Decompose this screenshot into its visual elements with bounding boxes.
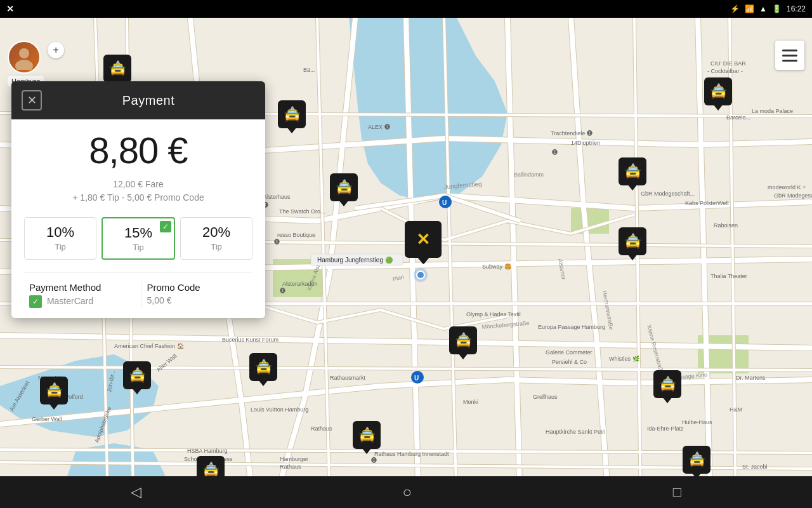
tip-20-percent: 20% [181,224,252,241]
recent-apps-button[interactable]: □ [673,484,681,500]
svg-text:Whistles 🌿: Whistles 🌿 [609,355,640,363]
hamburger-line [782,55,797,57]
fare-label: 12,00 € Fare [24,178,252,191]
tip-10-button[interactable]: 10% Tip [24,217,96,260]
taxi-marker[interactable]: 🚖 [683,446,710,478]
taxi-marker[interactable]: 🚖 [704,77,732,109]
svg-text:Raboisen: Raboisen [714,222,738,229]
svg-text:Grellhaus: Grellhaus [533,394,558,400]
svg-text:Kabs PolsterWelt: Kabs PolsterWelt [685,200,729,206]
taxi-marker[interactable]: 🚖 [449,326,477,358]
svg-text:Hamburg Jungfernstieg 🟢: Hamburg Jungfernstieg 🟢 [317,256,393,264]
payment-check-icon: ✓ [29,295,42,308]
svg-text:GbR Modegeschäft: GbR Modegeschäft [774,192,812,199]
mastercard-label: MasterCard [47,296,93,306]
svg-text:Persiehl & Co: Persiehl & Co [552,359,587,365]
svg-text:Dr. Martens: Dr. Martens [736,375,766,381]
payment-title: Payment [42,93,255,108]
taxi-marker[interactable]: 🚖 [353,421,381,453]
status-bar: ✕ ⚡ 📶 ▲ 🔋 16:22 [0,0,812,18]
battery-icon: 🔋 [772,4,782,13]
svg-text:Alsterhaus: Alsterhaus [263,194,291,200]
svg-text:🅘: 🅘 [274,239,280,245]
payment-header: ✕ Payment [11,81,265,119]
svg-text:🅘: 🅘 [552,149,558,156]
promo-code-section[interactable]: Promo Code 5,00 € [141,282,253,308]
payment-method-section[interactable]: Payment Method ✓ MasterCard [24,282,135,308]
payment-method-value: ✓ MasterCard [29,295,130,308]
promo-code-value: 5,00 € [147,295,248,305]
tip-15-check: ✓ [160,221,171,232]
svg-text:Hulbe-Haus: Hulbe-Haus [682,419,712,425]
svg-text:- Cocktailbar -: - Cocktailbar - [707,68,743,74]
close-button[interactable]: ✕ [22,90,42,110]
fare-breakdown: 12,00 € Fare + 1,80 € Tip - 5,00 € Promo… [24,178,252,204]
svg-text:Thalia Theater: Thalia Theater [710,273,747,279]
navigation-bar: ◁ ○ □ [0,476,812,508]
hamburger-line [782,60,797,62]
payment-method-label: Payment Method [29,282,130,293]
svg-text:Hamburger: Hamburger [280,456,308,462]
svg-text:Trachtendiele 🅘: Trachtendiele 🅘 [551,130,593,137]
svg-text:Bucerius Kunst Forum: Bucerius Kunst Forum [222,337,278,343]
bluetooth-icon: ⚡ [730,4,740,13]
svg-text:Galerie Commeter: Galerie Commeter [546,349,593,356]
svg-text:🅘: 🅘 [371,457,377,464]
svg-text:Bä...: Bä... [303,67,315,73]
taxi-marker[interactable]: 🚖 [249,353,277,385]
svg-point-79 [19,48,29,58]
taxi-marker[interactable]: 🚖 [278,100,306,132]
map: Jungfernstieg Ballindamm Alstertor Herma… [0,18,812,508]
tip-10-label: Tip [25,242,96,251]
my-location-marker [416,271,425,279]
svg-text:La moda Palace: La moda Palace [752,108,793,114]
signal-icon: 📶 [745,4,754,13]
status-right: ⚡ 📶 ▲ 🔋 16:22 [730,4,806,13]
tip-20-button[interactable]: 20% Tip [180,217,252,260]
svg-text:ALEX 🅘: ALEX 🅘 [368,124,390,130]
back-button[interactable]: ◁ [131,484,141,500]
hamburger-menu[interactable] [775,41,804,70]
wifi-icon: ▲ [759,4,767,13]
tip-section: 10% Tip ✓ 15% Tip 20% Tip [24,217,252,260]
taxi-marker[interactable]: 🚖 [40,377,68,408]
tip-20-label: Tip [181,242,252,251]
payment-footer: Payment Method ✓ MasterCard Promo Code 5… [24,272,252,308]
svg-text:St. Jacobi: St. Jacobi [742,464,768,470]
home-button[interactable]: ○ [403,483,412,501]
svg-text:🅘: 🅘 [280,288,285,294]
taxi-marker[interactable]: 🚖 [619,157,646,189]
svg-text:Louis Vuitton Hamburg: Louis Vuitton Hamburg [251,406,308,413]
svg-text:Ballindamm: Ballindamm [514,171,544,178]
time-display: 16:22 [787,4,806,13]
tip-15-label: Tip [103,243,174,252]
payment-panel: ✕ Payment 8,80 € 12,00 € Fare + 1,80 € T… [11,81,265,318]
svg-text:resso Boutique: resso Boutique [277,232,315,238]
svg-text:modeworld K +: modeworld K + [768,184,806,190]
status-left: ✕ [6,4,14,14]
svg-text:U: U [442,199,447,206]
svg-text:American Chief Fashion 🏠: American Chief Fashion 🏠 [114,342,185,350]
taxi-marker[interactable]: 🚖 [619,227,646,259]
avatar[interactable] [8,41,41,74]
tip-10-percent: 10% [25,224,96,241]
top-left-area: Hamburg + [8,41,64,86]
svg-text:Alsterarkaden: Alsterarkaden [282,281,318,287]
svg-text:Rathaus Hamburg Innenstadt: Rathaus Hamburg Innenstadt [374,451,449,457]
svg-text:U: U [414,375,419,382]
svg-text:14Dioptrien: 14Dioptrien [571,140,600,146]
svg-text:Rathaus: Rathaus [311,425,332,432]
taxi-marker[interactable]: 🚖 [123,361,151,393]
svg-point-80 [15,60,33,70]
svg-text:H&M: H&M [730,406,742,413]
taxi-marker[interactable]: 🚖 [653,370,681,402]
payment-body: 8,80 € 12,00 € Fare + 1,80 € Tip - 5,00 … [11,119,265,318]
add-button[interactable]: + [48,42,64,58]
svg-text:CIU' DIE BAR: CIU' DIE BAR [710,60,746,67]
svg-text:Rathausmarkt: Rathausmarkt [330,375,366,381]
taxi-marker[interactable]: 🚖 [330,173,358,205]
svg-text:HSBA Hamburg: HSBA Hamburg [187,448,228,454]
svg-text:Monki: Monki [463,399,478,405]
tip-15-button[interactable]: ✓ 15% Tip [102,217,175,260]
svg-text:GbR Modegeschäft...: GbR Modegeschäft... [641,190,695,197]
